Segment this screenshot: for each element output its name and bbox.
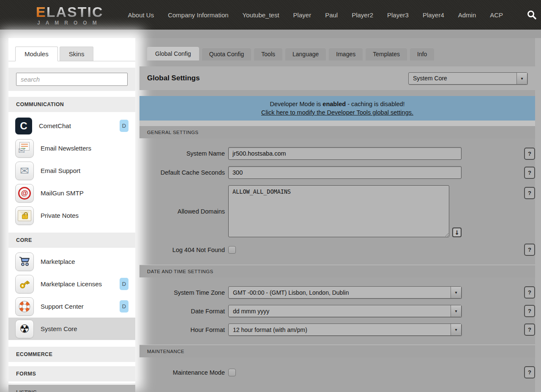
default-cache-seconds-field[interactable] bbox=[228, 166, 462, 179]
row-system-time-zone: System Time Zone GMT -00:00 - (GMT) Lisb… bbox=[139, 286, 535, 299]
field-label: Default Cache Seconds bbox=[139, 169, 228, 176]
hour-format-select[interactable]: 12 hour format (with am/pm) ▾ bbox=[228, 323, 462, 336]
envelope-lock-icon: ⁞⁞⁞ bbox=[15, 206, 34, 225]
field-label: Log 404 Not Found bbox=[139, 247, 228, 253]
sidebar-item-label: Marketplace Licenses bbox=[41, 280, 102, 288]
allowed-domains-textarea[interactable]: ALLOW_ALL_DOMAINS bbox=[228, 185, 449, 237]
developer-tools-link[interactable]: Click here to modify the Developer Tools… bbox=[261, 109, 413, 116]
help-button[interactable]: ? bbox=[524, 286, 535, 299]
row-hour-format: Hour Format 12 hour format (with am/pm) … bbox=[139, 323, 535, 336]
tab-tools[interactable]: Tools bbox=[254, 48, 282, 60]
sidebar-item-label: Private Notes bbox=[41, 212, 79, 219]
tab-info[interactable]: Info bbox=[410, 48, 434, 60]
sidebar-item-cometchat[interactable]: C CometChat D bbox=[8, 115, 135, 137]
field-label: Hour Format bbox=[139, 326, 228, 333]
row-system-name: System Name ? bbox=[139, 147, 535, 160]
help-button[interactable]: ? bbox=[524, 187, 535, 199]
nav-item-paul[interactable]: Paul bbox=[325, 11, 338, 19]
nav-item-player2[interactable]: Player2 bbox=[352, 11, 373, 19]
sidebar-item-private-notes[interactable]: ⁞⁞⁞ Private Notes bbox=[8, 204, 135, 227]
site-logo[interactable]: ELASTIC JAMROOM bbox=[36, 5, 103, 25]
insert-arrow-button[interactable]: ↓ bbox=[452, 228, 462, 237]
tab-skins[interactable]: Skins bbox=[60, 47, 94, 61]
config-tabbar: Global Config Quota Config Tools Languag… bbox=[139, 47, 535, 60]
sidebar-item-label: Marketplace bbox=[41, 258, 75, 265]
tab-images[interactable]: Images bbox=[329, 48, 363, 60]
system-name-field[interactable] bbox=[228, 147, 462, 160]
module-search-input[interactable] bbox=[16, 73, 128, 86]
sidebar-item-mailgun-smtp[interactable]: @ MailGun SMTP bbox=[8, 182, 135, 204]
field-label: Allowed Domains bbox=[139, 208, 228, 215]
module-select[interactable]: System Core ▾ bbox=[408, 72, 527, 85]
chevron-down-icon: ▾ bbox=[516, 73, 527, 84]
page-title: Global Settings bbox=[147, 74, 200, 82]
sidebar-item-label: Email Newsletters bbox=[41, 145, 91, 152]
sidebar-item-email-newsletters[interactable]: ✉ Email Newsletters bbox=[8, 137, 135, 159]
section-header-date-time-settings: DATE AND TIME SETTINGS bbox=[139, 265, 535, 277]
nav-item-player3[interactable]: Player3 bbox=[387, 11, 409, 19]
sidebar-search-area bbox=[8, 68, 135, 91]
nav-item-company-information[interactable]: Company Information bbox=[168, 11, 228, 19]
chevron-down-icon: ▾ bbox=[451, 305, 461, 317]
logo-wordmark: ELASTIC bbox=[36, 5, 103, 19]
help-button[interactable]: ? bbox=[524, 148, 535, 160]
sidebar-item-marketplace-licenses[interactable]: Marketplace Licenses D bbox=[8, 273, 135, 295]
page-header: Global Settings System Core ▾ bbox=[139, 66, 535, 90]
section-header-communication: COMMUNICATION bbox=[8, 97, 135, 112]
system-time-zone-select[interactable]: GMT -00:00 - (GMT) Lisbon, London, Dubli… bbox=[228, 286, 462, 299]
nav-item-admin[interactable]: Admin bbox=[458, 11, 476, 19]
sidebar-item-label: Support Center bbox=[41, 303, 84, 310]
communication-items: C CometChat D ✉ Email Newsletters ✉ Emai… bbox=[8, 112, 135, 229]
developer-badge: D bbox=[120, 120, 128, 132]
section-header-listing[interactable]: LISTING bbox=[8, 385, 135, 392]
tab-quota-config[interactable]: Quota Config bbox=[202, 48, 251, 60]
sidebar-item-email-support[interactable]: ✉ Email Support bbox=[8, 159, 135, 182]
nav-item-player4[interactable]: Player4 bbox=[423, 11, 444, 19]
cart-icon bbox=[15, 252, 34, 271]
cometchat-icon: C bbox=[15, 118, 32, 134]
tab-language[interactable]: Language bbox=[285, 48, 326, 60]
search-icon[interactable] bbox=[527, 10, 536, 19]
sidebar-item-label: System Core bbox=[41, 325, 77, 332]
maintenance-rows: Maintenance Mode ? bbox=[139, 357, 535, 387]
sidebar-item-support-center[interactable]: Support Center D bbox=[8, 295, 135, 318]
help-button[interactable]: ? bbox=[524, 305, 535, 317]
developer-badge: D bbox=[120, 278, 128, 290]
sidebar-item-label: Email Support bbox=[41, 167, 80, 174]
sidebar-item-label: CometChat bbox=[39, 122, 71, 129]
sidebar-item-label: MailGun SMTP bbox=[41, 189, 84, 197]
module-select-value: System Core bbox=[409, 73, 516, 84]
help-button[interactable]: ? bbox=[524, 244, 535, 256]
tab-templates[interactable]: Templates bbox=[366, 48, 407, 60]
nav-item-player[interactable]: Player bbox=[293, 11, 311, 19]
row-default-cache-seconds: Default Cache Seconds ? bbox=[139, 166, 535, 179]
section-header-core: CORE bbox=[8, 233, 135, 248]
banner-gap bbox=[139, 121, 535, 126]
nav-item-youtube-test[interactable]: Youtube_test bbox=[243, 11, 279, 19]
key-icon bbox=[15, 275, 34, 293]
log-404-checkbox[interactable] bbox=[228, 246, 236, 254]
main-content: Global Config Quota Config Tools Languag… bbox=[139, 38, 535, 392]
banner-message: Developer Mode is enabled - caching is d… bbox=[270, 101, 404, 107]
sidebar-item-marketplace[interactable]: Marketplace bbox=[8, 250, 135, 273]
date-format-select[interactable]: dd mmm yyyy ▾ bbox=[228, 305, 462, 317]
nav-item-about-us[interactable]: About Us bbox=[128, 11, 154, 19]
nav-item-acp[interactable]: ACP bbox=[490, 11, 503, 19]
help-button[interactable]: ? bbox=[524, 366, 535, 378]
nav-menu: About Us Company Information Youtube_tes… bbox=[128, 10, 536, 19]
maintenance-mode-checkbox[interactable] bbox=[228, 369, 236, 376]
help-button[interactable]: ? bbox=[524, 167, 535, 179]
tab-modules[interactable]: Modules bbox=[15, 47, 58, 61]
tab-global-config[interactable]: Global Config bbox=[147, 47, 199, 60]
section-header-ecommerce[interactable]: ECOMMERCE bbox=[8, 347, 135, 362]
help-button[interactable]: ? bbox=[524, 323, 535, 336]
section-header-forms[interactable]: FORMS bbox=[8, 366, 135, 381]
field-label: System Name bbox=[139, 150, 228, 157]
at-target-icon: @ bbox=[15, 184, 34, 203]
core-items: Marketplace Marketplace Licenses D Suppo… bbox=[8, 248, 135, 343]
radiation-icon: ☢ bbox=[15, 320, 34, 338]
date-time-rows: System Time Zone GMT -00:00 - (GMT) Lisb… bbox=[139, 277, 535, 345]
sidebar-item-system-core[interactable]: ☢ System Core bbox=[8, 318, 135, 340]
row-maintenance-mode: Maintenance Mode ? bbox=[139, 366, 535, 378]
developer-mode-banner: Developer Mode is enabled - caching is d… bbox=[139, 96, 535, 121]
